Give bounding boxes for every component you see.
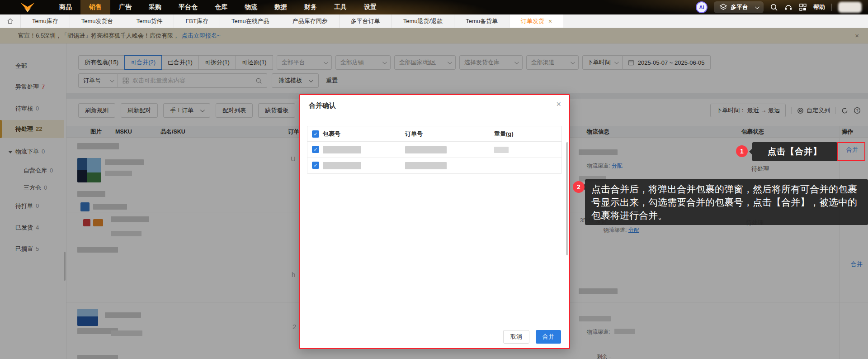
tab-temu-stocking-list[interactable]: Temu备货单 bbox=[454, 14, 509, 28]
nav-item-products[interactable]: 商品 bbox=[51, 0, 80, 14]
nav-right-cluster: AI 多平台 bbox=[696, 1, 868, 13]
home-icon bbox=[7, 18, 14, 24]
merge-package-table: ✓ 包裹号 订单号 重量(g) ✓ ✓ bbox=[307, 126, 562, 174]
tab-temu-online-products[interactable]: Temu在线产品 bbox=[220, 14, 281, 28]
cancel-button[interactable]: 取消 bbox=[503, 330, 529, 344]
tab-temu-shipments[interactable]: Temu货件 bbox=[125, 14, 175, 28]
redacted-weight bbox=[494, 147, 509, 153]
nav-item-warehouse[interactable]: 仓库 bbox=[206, 0, 236, 14]
workspace-tabbar: Temu库存 Temu发货台 Temu货件 FBT库存 Temu在线产品 产品库… bbox=[0, 14, 868, 28]
redacted-order-no bbox=[405, 146, 447, 153]
user-avatar[interactable] bbox=[838, 2, 862, 13]
brand-logo-icon bbox=[17, 2, 38, 13]
platform-selector-label: 多平台 bbox=[731, 3, 748, 11]
app-screen: 商品 销售 广告 采购 平台仓 仓库 物流 数据 财务 工具 设置 AI 多平台 bbox=[0, 0, 868, 359]
step-1-marker: 1 bbox=[736, 145, 748, 157]
top-nav: 商品 销售 广告 采购 平台仓 仓库 物流 数据 财务 工具 设置 AI 多平台 bbox=[0, 0, 868, 14]
chevron-down-icon bbox=[755, 5, 760, 9]
modal-title: 合并确认 bbox=[309, 101, 336, 110]
home-tab[interactable] bbox=[0, 14, 21, 28]
merge-confirm-modal: 合并确认 × ✓ 包裹号 订单号 重量(g) ✓ ✓ 取消 合并 bbox=[299, 94, 570, 349]
merge-table-row: ✓ bbox=[307, 142, 561, 158]
row-checkbox[interactable]: ✓ bbox=[312, 162, 319, 169]
layers-icon bbox=[719, 3, 727, 11]
tab-product-stock-sync[interactable]: 产品库存同步 bbox=[281, 14, 340, 28]
ai-assistant-button[interactable]: AI bbox=[696, 1, 708, 13]
redacted-order-no bbox=[405, 162, 447, 169]
nav-item-settings[interactable]: 设置 bbox=[355, 0, 385, 14]
platform-selector[interactable]: 多平台 bbox=[714, 1, 764, 13]
select-all-checkbox[interactable]: ✓ bbox=[312, 130, 319, 138]
merge-table-header: ✓ 包裹号 订单号 重量(g) bbox=[307, 126, 561, 142]
nav-item-finance[interactable]: 财务 bbox=[296, 0, 326, 14]
tab-multi-platform-orders[interactable]: 多平台订单 bbox=[340, 14, 392, 28]
nav-item-purchase[interactable]: 采购 bbox=[140, 0, 170, 14]
support-headset-icon[interactable] bbox=[784, 3, 793, 11]
search-icon[interactable] bbox=[770, 3, 778, 11]
tab-fbt-inventory[interactable]: FBT库存 bbox=[174, 14, 220, 28]
redacted-package-no bbox=[323, 146, 361, 153]
tab-close-icon[interactable]: × bbox=[548, 18, 552, 25]
nav-item-tools[interactable]: 工具 bbox=[326, 0, 355, 14]
col-header-order-no: 订单号 bbox=[405, 126, 423, 142]
active-tab-label: 订单发货 bbox=[521, 17, 544, 25]
nav-item-logistics[interactable]: 物流 bbox=[236, 0, 266, 14]
step-2-marker: 2 bbox=[573, 181, 585, 193]
redacted-package-no bbox=[323, 162, 361, 169]
tab-temu-inventory[interactable]: Temu库存 bbox=[21, 14, 70, 28]
help-link[interactable]: 帮助 bbox=[813, 3, 825, 11]
col-header-weight: 重量(g) bbox=[494, 126, 514, 142]
nav-item-platform-warehouse[interactable]: 平台仓 bbox=[170, 0, 206, 14]
col-header-package-no: 包裹号 bbox=[323, 126, 340, 142]
nav-item-data[interactable]: 数据 bbox=[266, 0, 296, 14]
step-1-tooltip: 点击【合并】 bbox=[752, 142, 837, 161]
merge-link-highlight-box bbox=[837, 142, 865, 161]
apps-grid-icon[interactable] bbox=[799, 3, 807, 11]
row-checkbox[interactable]: ✓ bbox=[312, 146, 319, 153]
tab-temu-shipping-desk[interactable]: Temu发货台 bbox=[70, 14, 125, 28]
nav-item-sales[interactable]: 销售 bbox=[80, 0, 110, 14]
merge-table-row: ✓ bbox=[307, 158, 561, 173]
step-2-tooltip: 点击合并后，将弹出合并包裹的弹窗，然后将所有可合并的包裹号显示出来，勾选需要合并… bbox=[585, 179, 868, 225]
tab-temu-returns-refunds[interactable]: Temu退货/退款 bbox=[392, 14, 454, 28]
nav-divider bbox=[831, 4, 832, 11]
tab-order-shipping-active[interactable]: 订单发货 × bbox=[509, 14, 563, 28]
modal-scrollbar[interactable] bbox=[566, 142, 568, 255]
main-menu: 商品 销售 广告 采购 平台仓 仓库 物流 数据 财务 工具 设置 bbox=[51, 0, 385, 14]
merge-confirm-button[interactable]: 合并 bbox=[536, 330, 561, 344]
modal-close-icon[interactable]: × bbox=[556, 100, 561, 109]
nav-item-ads[interactable]: 广告 bbox=[110, 0, 140, 14]
